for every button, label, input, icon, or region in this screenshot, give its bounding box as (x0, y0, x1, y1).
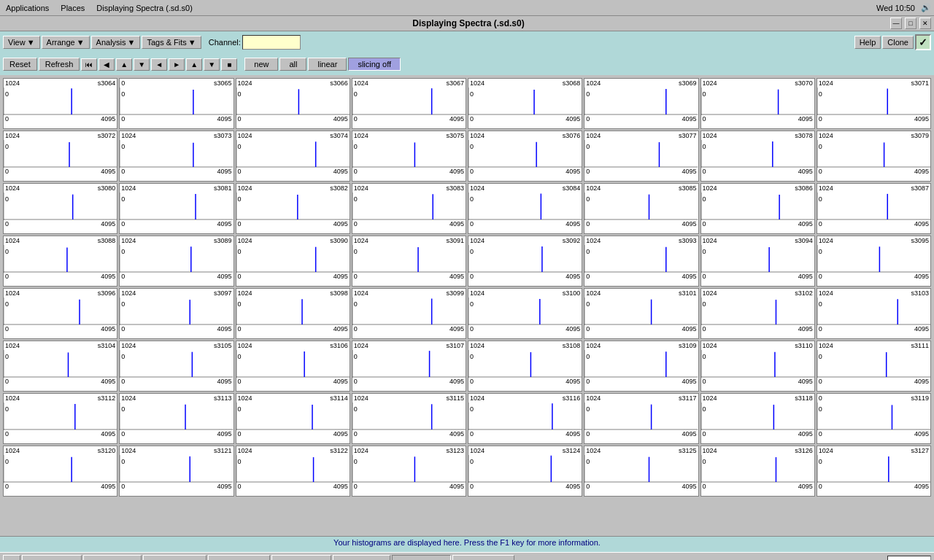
spectrum-cell[interactable]: 1024 s3067 0 4095 0 (352, 78, 466, 129)
spectrum-cell[interactable]: 1024 s3079 0 4095 0 (817, 131, 931, 182)
nav-square-button[interactable]: ■ (221, 58, 237, 71)
view-menu[interactable]: View ▼ (3, 36, 40, 49)
taskbar-search[interactable] (887, 556, 931, 561)
spectrum-cell[interactable]: 1024 s3095 0 4095 0 (817, 236, 931, 287)
analysis-menu[interactable]: Analysis ▼ (91, 36, 141, 49)
spectrum-cell[interactable]: 1024 s3108 0 4095 0 (468, 341, 582, 392)
spectrum-cell[interactable]: 1024 s3102 0 4095 0 (700, 288, 815, 339)
spectrum-cell[interactable]: 1024 s3120 0 4095 0 (3, 446, 117, 497)
spectrum-cell[interactable]: 1024 s3088 0 4095 0 (3, 236, 117, 287)
nav-left-button[interactable]: ◄ (151, 58, 167, 71)
spectrum-cell[interactable]: 1024 s3098 0 4095 0 (236, 288, 350, 339)
spectrum-cell[interactable]: 1024 s3078 0 4095 0 (700, 131, 815, 182)
spectrum-cell[interactable]: 1024 s3100 0 4095 0 (468, 288, 582, 339)
spectrum-cell[interactable]: 1024 s3091 0 4095 0 (352, 236, 466, 287)
spectrum-cell[interactable]: 1024 s3099 0 4095 0 (352, 288, 466, 339)
taskbar-item[interactable]: Midas Base ... (143, 555, 207, 561)
spectrum-cell[interactable]: 1024 s3087 0 4095 0 (817, 183, 931, 234)
spectrum-cell[interactable]: 1024 s3125 0 4095 0 (584, 446, 698, 497)
clone-button[interactable]: Clone (882, 36, 914, 49)
channel-input[interactable] (242, 35, 301, 50)
spectrum-cell[interactable]: 1024 s3094 0 4095 0 (700, 236, 815, 287)
tags-fits-menu[interactable]: Tags & Fits ▼ (142, 36, 201, 49)
spectrum-cell[interactable]: 0 s3119 0 4095 0 (817, 393, 931, 444)
spectrum-cell[interactable]: 1024 s3127 0 4095 0 (817, 446, 931, 497)
spectrum-cell[interactable]: 1024 s3113 0 4095 0 (119, 393, 234, 444)
close-button[interactable]: ✕ (919, 18, 931, 29)
spectrum-cell[interactable]: 1024 s3077 0 4095 0 (584, 131, 698, 182)
spectrum-cell[interactable]: 1024 s3097 0 4095 0 (119, 288, 234, 339)
places-menu[interactable]: Places (58, 3, 88, 13)
spectrum-cell[interactable]: 1024 s3101 0 4095 0 (584, 288, 698, 339)
spectrum-cell[interactable]: 1024 s3083 0 4095 0 (352, 183, 466, 234)
nav-up-button[interactable]: ▲ (186, 58, 202, 71)
nav-right-button[interactable]: ► (169, 58, 185, 71)
spectrum-cell[interactable]: 1024 s3106 0 4095 0 (236, 341, 350, 392)
taskbar-item[interactable]: Displaying ... (392, 555, 451, 561)
taskbar-item[interactable]: [MIDAS Sor... (208, 555, 270, 561)
arrange-menu[interactable]: Arrange ▼ (42, 36, 90, 49)
maximize-button[interactable]: □ (905, 18, 916, 29)
spectrum-cell[interactable]: 1024 s3073 0 4095 0 (119, 131, 234, 182)
nav-first-button[interactable]: ⏮ (81, 58, 97, 71)
spectrum-cell[interactable]: 1024 s3110 0 4095 0 (700, 341, 815, 392)
taskbar-item[interactable]: Sort Spectr... (271, 555, 331, 561)
nav-prev-big-button[interactable]: ▲ (116, 58, 132, 71)
taskbar-item[interactable]: Setting 2d ... (333, 555, 391, 561)
spectrum-cell[interactable]: 1024 s3107 0 4095 0 (352, 341, 466, 392)
slicing-off-button[interactable]: slicing off (348, 58, 401, 71)
spectrum-cell[interactable]: 1024 s3117 0 4095 0 (584, 393, 698, 444)
taskbar-item[interactable]: td@localho... (22, 555, 82, 561)
spectrum-cell[interactable]: 1024 s3112 0 4095 0 (3, 393, 117, 444)
spectrum-cell[interactable]: 1024 s3118 0 4095 0 (700, 393, 815, 444)
spectrum-cell[interactable]: 1024 s3104 0 4095 0 (3, 341, 117, 392)
spectrum-cell[interactable]: 1024 s3085 0 4095 0 (584, 183, 698, 234)
spectrum-cell[interactable]: 1024 s3086 0 4095 0 (700, 183, 815, 234)
spectrum-cell[interactable]: 1024 s3076 0 4095 0 (468, 131, 582, 182)
spectrum-cell[interactable]: 1024 s3126 0 4095 0 (700, 446, 815, 497)
spectrum-cell[interactable]: 0 s3065 0 4095 0 (119, 78, 234, 129)
spectrum-cell[interactable]: 1024 s3096 0 4095 0 (3, 288, 117, 339)
applications-menu[interactable]: Applications (3, 3, 52, 13)
refresh-button[interactable]: Refresh (39, 58, 80, 71)
nav-down-button[interactable]: ▼ (204, 58, 220, 71)
spectrum-cell[interactable]: 1024 s3103 0 4095 0 (817, 288, 931, 339)
nav-next-big-button[interactable]: ▼ (134, 58, 150, 71)
spectrum-cell[interactable]: 1024 s3082 0 4095 0 (236, 183, 350, 234)
spectrum-cell[interactable]: 1024 s3072 0 4095 0 (3, 131, 117, 182)
taskbar-item[interactable]: [Session Lo... (452, 555, 514, 561)
spectrum-cell[interactable]: 1024 s3122 0 4095 0 (236, 446, 350, 497)
spectrum-cell[interactable]: 1024 s3070 0 4095 0 (700, 78, 815, 129)
spectrum-cell[interactable]: 1024 s3092 0 4095 0 (468, 236, 582, 287)
spectrum-cell[interactable]: 1024 s3075 0 4095 0 (352, 131, 466, 182)
spectrum-cell[interactable]: 1024 s3068 0 4095 0 (468, 78, 582, 129)
linear-button[interactable]: linear (308, 58, 347, 71)
spectrum-cell[interactable]: 1024 s3093 0 4095 0 (584, 236, 698, 287)
nav-prev-step-button[interactable]: ◀ (99, 58, 115, 71)
spectrum-cell[interactable]: 1024 s3114 0 4095 0 (236, 393, 350, 444)
spectrum-cell[interactable]: 1024 s3074 0 4095 0 (236, 131, 350, 182)
spectrum-cell[interactable]: 1024 s3080 0 4095 0 (3, 183, 117, 234)
spectrum-cell[interactable]: 1024 s3084 0 4095 0 (468, 183, 582, 234)
spectrum-cell[interactable]: 1024 s3089 0 4095 0 (119, 236, 234, 287)
spectrum-cell[interactable]: 1024 s3111 0 4095 0 (817, 341, 931, 392)
spectrum-cell[interactable]: 1024 s3124 0 4095 0 (468, 446, 582, 497)
spectrum-cell[interactable]: 1024 s3081 0 4095 0 (119, 183, 234, 234)
new-button[interactable]: new (244, 58, 278, 71)
desktop-icon[interactable]: ⊞ (3, 555, 20, 561)
spectrum-cell[interactable]: 1024 s3109 0 4095 0 (584, 341, 698, 392)
spectrum-cell[interactable]: 1024 s3115 0 4095 0 (352, 393, 466, 444)
spectrum-cell[interactable]: 1024 s3090 0 4095 0 (236, 236, 350, 287)
spectrum-cell[interactable]: 1024 s3066 0 4095 0 (236, 78, 350, 129)
spectrum-cell[interactable]: 1024 s3071 0 4095 0 (817, 78, 931, 129)
minimize-button[interactable]: — (890, 18, 902, 29)
spectrum-cell[interactable]: 1024 s3064 0 4095 0 (3, 78, 117, 129)
taskbar-item[interactable]: [td@localh... (83, 555, 141, 561)
checkbox-toggle[interactable]: ✓ (915, 34, 931, 50)
reset-button[interactable]: Reset (3, 58, 37, 71)
spectrum-cell[interactable]: 1024 s3069 0 4095 0 (584, 78, 698, 129)
spectrum-cell[interactable]: 1024 s3121 0 4095 0 (119, 446, 234, 497)
spectrum-cell[interactable]: 1024 s3123 0 4095 0 (352, 446, 466, 497)
all-button[interactable]: all (279, 58, 306, 71)
help-button[interactable]: Help (854, 36, 881, 49)
